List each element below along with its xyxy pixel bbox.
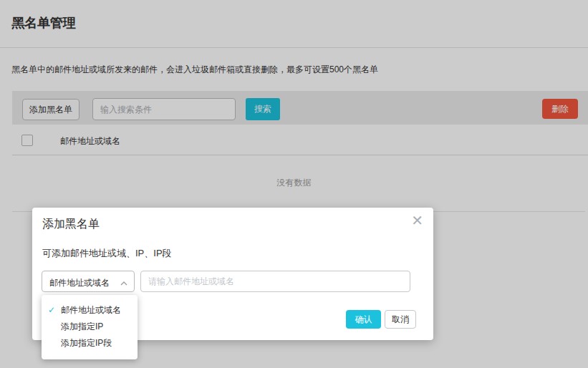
dialog-title: 添加黑名单	[42, 217, 100, 232]
dropdown-item-label: 添加指定IP段	[61, 338, 112, 348]
dropdown-item-label: 添加指定IP	[61, 321, 103, 331]
cancel-button[interactable]: 取消	[385, 310, 416, 329]
dropdown-item-label: 邮件地址或域名	[61, 305, 121, 315]
confirm-button[interactable]: 确认	[346, 310, 381, 329]
dropdown-item-add-ip-range[interactable]: 添加指定IP段	[42, 335, 138, 352]
dropdown-item-add-ip[interactable]: 添加指定IP	[42, 319, 138, 335]
close-icon[interactable]: ✕	[411, 213, 423, 228]
blacklist-value-input[interactable]	[140, 271, 410, 292]
type-select-value: 邮件地址或域名	[49, 277, 110, 289]
dialog-subtitle: 可添加邮件地址或域、IP、IP段	[42, 247, 172, 260]
dropdown-item-email-or-domain[interactable]: ✓ 邮件地址或域名	[42, 302, 138, 319]
type-dropdown-menu: ✓ 邮件地址或域名 添加指定IP 添加指定IP段	[42, 295, 138, 359]
check-icon: ✓	[48, 302, 55, 319]
chevron-up-icon	[120, 278, 128, 291]
blacklist-management-screen: 黑名单管理 黑名单中的邮件地址或域所发来的邮件，会进入垃圾邮件箱或直接删除，最多…	[0, 0, 588, 368]
type-select[interactable]: 邮件地址或域名	[42, 271, 135, 292]
